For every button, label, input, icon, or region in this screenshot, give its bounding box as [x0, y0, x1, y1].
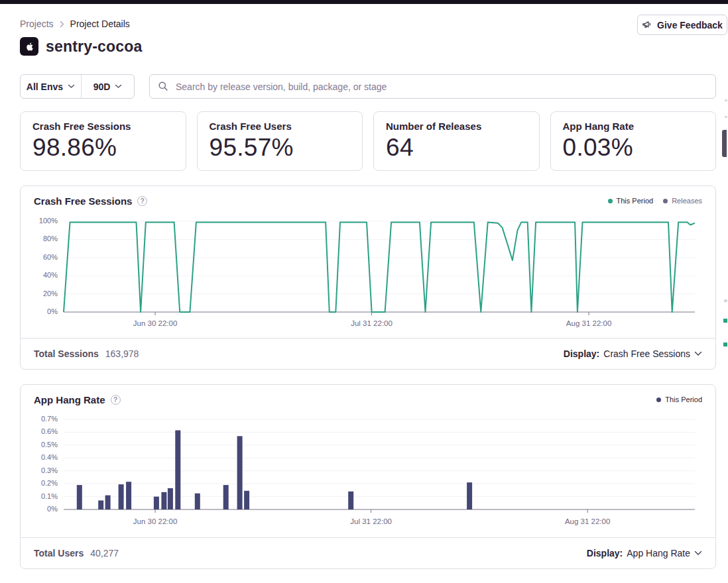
- y-axis-tick-label: 0.3%: [21, 466, 58, 474]
- x-axis-tick-label: Jun 30 22:00: [133, 517, 178, 525]
- bar-series-bar: [223, 485, 229, 509]
- bar-series-bar: [175, 431, 180, 510]
- total-value: 40,277: [90, 548, 119, 558]
- help-icon[interactable]: ?: [111, 395, 121, 405]
- display-selector[interactable]: Display: App Hang Rate: [587, 548, 702, 558]
- chart-legend: This Period: [656, 396, 702, 403]
- search-input[interactable]: [149, 74, 716, 99]
- breadcrumb-projects-link[interactable]: Projects: [20, 19, 54, 29]
- bar-series-bar: [77, 485, 82, 509]
- y-axis-tick-label: 0.1%: [21, 492, 58, 500]
- bar-series-bar: [195, 494, 200, 509]
- this-period-line-series: [64, 222, 695, 312]
- legend-label: Releases: [672, 197, 702, 205]
- chart-title: App Hang Rate: [34, 394, 105, 405]
- x-axis-tick-label: Jun 30 22:00: [133, 319, 178, 327]
- x-axis-tick-label: Aug 31 22:00: [566, 319, 611, 327]
- chevron-down-icon: [115, 84, 122, 89]
- crash-free-sessions-card: Crash Free Sessions ? This PeriodRelease…: [20, 186, 716, 370]
- stat-card-crash-free-users: Crash Free Users 95.57%: [197, 111, 363, 171]
- environment-selector[interactable]: All Envs: [21, 75, 81, 98]
- chart-footer: Total Users 40,277 Display: App Hang Rat…: [21, 537, 715, 568]
- bar-series-bar: [244, 491, 249, 509]
- y-axis-tick-label: 0.4%: [21, 453, 58, 461]
- stat-value: 0.03%: [563, 134, 704, 162]
- bar-series-bar: [168, 488, 173, 509]
- chart-footer: Total Sessions 163,978 Display: Crash Fr…: [21, 338, 715, 369]
- y-axis-tick-label: 40%: [21, 271, 58, 279]
- page-title: sentry-cocoa: [46, 38, 143, 56]
- search-icon: [158, 81, 168, 94]
- give-feedback-label: Give Feedback: [657, 20, 723, 30]
- stat-value: 64: [386, 134, 527, 162]
- stat-value: 95.57%: [210, 134, 351, 162]
- display-selector[interactable]: Display: Crash Free Sessions: [564, 348, 702, 359]
- bar-series-bar: [119, 484, 124, 509]
- give-feedback-button[interactable]: Give Feedback: [637, 15, 727, 35]
- stat-label: Number of Releases: [386, 121, 527, 132]
- legend-dot-icon: [663, 199, 668, 203]
- legend-label: This Period: [665, 396, 702, 403]
- help-icon[interactable]: ?: [137, 196, 147, 206]
- display-value: Crash Free Sessions: [603, 348, 690, 359]
- y-axis-tick-label: 0%: [21, 307, 58, 315]
- display-label: Display:: [564, 348, 599, 359]
- legend-item[interactable]: This Period: [656, 396, 702, 403]
- environment-selector-label: All Envs: [27, 81, 63, 92]
- chart-title: Crash Free Sessions: [34, 195, 132, 207]
- top-edge-bar: [0, 0, 728, 4]
- bar-series-bar: [348, 492, 353, 509]
- bar-series-bar: [105, 496, 111, 509]
- breadcrumb-current: Project Details: [70, 19, 130, 29]
- chevron-right-icon: [60, 21, 64, 28]
- project-details-page: Projects Project Details sentry-cocoa Gi…: [0, 0, 728, 583]
- stat-label: Crash Free Users: [210, 121, 351, 132]
- x-axis-tick-label: Aug 31 22:00: [565, 517, 610, 525]
- breadcrumb: Projects Project Details: [20, 19, 130, 29]
- app-hang-rate-plot[interactable]: [64, 419, 695, 509]
- bar-series-bar: [161, 492, 166, 509]
- clipped-right-panel-fragment: [723, 319, 727, 323]
- clipped-right-panel-fragment: [725, 116, 727, 118]
- chart-header: App Hang Rate ?: [34, 394, 121, 405]
- summary-stats-row: Crash Free Sessions 98.86% Crash Free Us…: [20, 111, 716, 171]
- stat-card-number-of-releases: Number of Releases 64: [373, 111, 540, 171]
- legend-item[interactable]: This Period: [608, 197, 654, 205]
- clipped-right-panel-fragment: [724, 299, 727, 302]
- y-axis-tick-label: 0.7%: [21, 415, 58, 423]
- clipped-right-panel-fragment: [722, 130, 727, 157]
- crash-free-sessions-plot[interactable]: [64, 221, 695, 312]
- y-axis-tick-label: 0.5%: [21, 441, 58, 449]
- y-axis-tick-label: 80%: [21, 235, 58, 242]
- display-label: Display:: [587, 548, 623, 558]
- total-label: Total Users: [34, 548, 84, 558]
- chevron-down-icon: [694, 351, 702, 356]
- legend-dot-icon: [608, 199, 613, 203]
- bar-series-bar: [237, 436, 243, 509]
- app-hang-rate-card: App Hang Rate ? This Period 0.7%0.6%0.5%…: [20, 384, 716, 569]
- y-axis-tick-label: 60%: [21, 253, 58, 261]
- legend-item[interactable]: Releases: [663, 197, 702, 205]
- y-axis-tick-label: 0.6%: [21, 427, 58, 435]
- chevron-down-icon: [68, 84, 75, 89]
- total-sessions: Total Sessions 163,978: [34, 348, 139, 359]
- date-range-selector-label: 90D: [93, 81, 111, 92]
- y-axis-tick-label: 0.2%: [21, 479, 58, 487]
- apple-platform-icon: [20, 37, 38, 56]
- bar-series-bar: [154, 497, 159, 509]
- display-value: App Hang Rate: [627, 548, 690, 558]
- release-search: [149, 74, 716, 99]
- stat-card-crash-free-sessions: Crash Free Sessions 98.86%: [20, 111, 186, 171]
- page-filter-bar: All Envs 90D: [20, 74, 135, 99]
- legend-dot-icon: [656, 398, 661, 402]
- total-users: Total Users 40,277: [34, 548, 119, 558]
- total-label: Total Sessions: [34, 348, 99, 359]
- legend-label: This Period: [617, 197, 654, 205]
- x-axis-tick-label: Jul 31 22:00: [350, 517, 392, 525]
- x-axis-tick-label: Jul 31 22:00: [351, 319, 393, 327]
- y-axis-tick-label: 20%: [21, 290, 58, 297]
- chart-legend: This PeriodReleases: [608, 197, 703, 205]
- y-axis-tick-label: 100%: [21, 217, 58, 225]
- date-range-selector[interactable]: 90D: [81, 75, 134, 98]
- y-axis-tick-label: 0%: [21, 505, 58, 513]
